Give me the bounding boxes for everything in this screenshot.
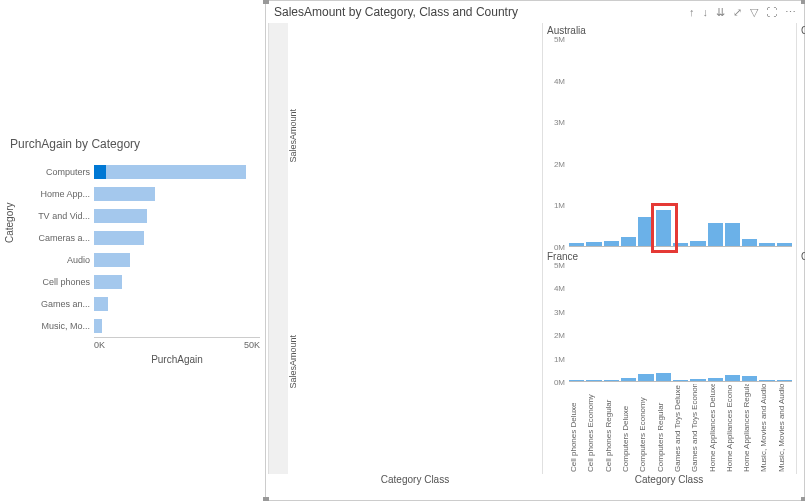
- bar[interactable]: [708, 378, 723, 381]
- x-tick-label: Games and Toys Economy: [690, 384, 705, 472]
- left-chart-title: PurchAgain by Category: [10, 137, 260, 151]
- bar[interactable]: [690, 379, 705, 381]
- x-tick-label: Home Appliances Deluxe: [708, 384, 723, 472]
- filter-icon[interactable]: ▽: [750, 6, 758, 19]
- bar[interactable]: [569, 380, 584, 381]
- x-axis-label: Category Class: [288, 474, 542, 496]
- left-chart: PurchAgain by Category Category Computer…: [0, 0, 265, 501]
- drill-all-icon[interactable]: ⇊: [716, 6, 725, 19]
- y-tick: 0M: [554, 378, 565, 387]
- x-tick-label: Music, Movies and Audio...: [759, 384, 774, 472]
- hbar-row[interactable]: Cameras a...: [24, 227, 260, 249]
- x-tick-label: Games and Toys Deluxe: [673, 384, 688, 472]
- x-tick-label: Cell phones Economy: [586, 384, 601, 472]
- y-tick: 1M: [554, 201, 565, 210]
- y-axis-label: SalesAmount: [288, 23, 542, 249]
- bar[interactable]: [725, 375, 740, 381]
- x-axis-label: Category Class: [542, 474, 796, 496]
- resize-handle[interactable]: [263, 0, 269, 4]
- bar[interactable]: [708, 223, 723, 246]
- hbar-row[interactable]: Cell phones: [24, 271, 260, 293]
- more-options-icon[interactable]: ⋯: [785, 6, 796, 19]
- y-tick: 3M: [554, 118, 565, 127]
- bar[interactable]: [777, 380, 792, 381]
- bar[interactable]: [621, 378, 636, 381]
- resize-handle[interactable]: [801, 497, 805, 501]
- bar[interactable]: [656, 373, 671, 381]
- facet-panel-australia[interactable]: Australia0M1M2M3M4M5M: [542, 23, 796, 249]
- bar[interactable]: [725, 223, 740, 246]
- y-tick: 2M: [554, 331, 565, 340]
- facet-title: France: [543, 249, 796, 264]
- hbar-label: TV and Vid...: [24, 211, 94, 221]
- bar[interactable]: [690, 241, 705, 246]
- x-tick-label: Home Appliances Regular: [742, 384, 757, 472]
- facet-panel-france[interactable]: France0M1M2M3M4M5MCell phones DeluxeCell…: [542, 249, 796, 475]
- hbar-row[interactable]: TV and Vid...: [24, 205, 260, 227]
- focus-mode-icon[interactable]: ⛶: [766, 6, 777, 19]
- bar[interactable]: [586, 380, 601, 381]
- left-x-axis-label: PurchAgain: [94, 354, 260, 365]
- left-x-axis: 0K 50K: [94, 337, 260, 350]
- bar[interactable]: [621, 237, 636, 245]
- y-tick: 5M: [554, 260, 565, 269]
- drill-up-icon[interactable]: ↑: [689, 6, 695, 19]
- y-tick: 2M: [554, 159, 565, 168]
- facet-panel-canada[interactable]: Canada0M1M2M3M4M5M: [796, 23, 802, 249]
- bar[interactable]: [604, 241, 619, 245]
- hbar-label: Cell phones: [24, 277, 94, 287]
- resize-handle[interactable]: [801, 0, 805, 4]
- bar[interactable]: [673, 380, 688, 381]
- bar[interactable]: [604, 380, 619, 381]
- y-tick: 3M: [554, 307, 565, 316]
- facet-title: Germany: [797, 249, 805, 264]
- facet-title: Australia: [543, 23, 796, 38]
- x-tick-label: Music, Movies and Audio...: [777, 384, 792, 472]
- right-chart-title: SalesAmount by Category, Class and Count…: [274, 5, 518, 19]
- x-tick-label: Home Appliances Econo...: [725, 384, 740, 472]
- hbar-row[interactable]: Games an...: [24, 293, 260, 315]
- hbar-label: Music, Mo...: [24, 321, 94, 331]
- bar[interactable]: [586, 242, 601, 245]
- y-tick: 1M: [554, 354, 565, 363]
- bar[interactable]: [759, 243, 774, 245]
- bar[interactable]: [638, 374, 653, 381]
- x-tick: 0K: [94, 340, 105, 350]
- y-tick: 4M: [554, 284, 565, 293]
- drill-down-icon[interactable]: ↓: [703, 6, 709, 19]
- bar[interactable]: [656, 210, 671, 245]
- facet-panel-germany[interactable]: Germany0M1M2M3M4M5MCell phones DeluxeCel…: [796, 249, 802, 475]
- hbar-label: Computers: [24, 167, 94, 177]
- hbar-chart[interactable]: ComputersHome App...TV and Vid...Cameras…: [24, 161, 260, 337]
- right-chart: SalesAmount by Category, Class and Count…: [265, 0, 805, 501]
- vertical-scrollbar[interactable]: [268, 23, 288, 474]
- x-tick-label: Computers Regular: [656, 384, 671, 472]
- hbar-row[interactable]: Music, Mo...: [24, 315, 260, 337]
- bar[interactable]: [742, 376, 757, 381]
- bar[interactable]: [742, 239, 757, 245]
- hbar-label: Games an...: [24, 299, 94, 309]
- hbar-label: Home App...: [24, 189, 94, 199]
- x-tick: 50K: [244, 340, 260, 350]
- bar[interactable]: [638, 217, 653, 246]
- bar[interactable]: [673, 243, 688, 245]
- x-tick-label: Computers Deluxe: [621, 384, 636, 472]
- chart-toolbar: ↑ ↓ ⇊ ⤢ ▽ ⛶ ⋯: [689, 6, 796, 19]
- y-tick: 4M: [554, 76, 565, 85]
- x-tick-label: Cell phones Deluxe: [569, 384, 584, 472]
- left-y-axis-label: Category: [4, 202, 15, 243]
- bar[interactable]: [777, 243, 792, 245]
- x-tick-label: Computers Economy: [638, 384, 653, 472]
- bar[interactable]: [759, 380, 774, 381]
- expand-icon[interactable]: ⤢: [733, 6, 742, 19]
- hbar-row[interactable]: Computers: [24, 161, 260, 183]
- hbar-row[interactable]: Audio: [24, 249, 260, 271]
- y-tick: 5M: [554, 35, 565, 44]
- facet-title: Canada: [797, 23, 805, 38]
- resize-handle[interactable]: [263, 497, 269, 501]
- hbar-label: Audio: [24, 255, 94, 265]
- hbar-row[interactable]: Home App...: [24, 183, 260, 205]
- bar[interactable]: [569, 243, 584, 245]
- hbar-label: Cameras a...: [24, 233, 94, 243]
- y-axis-label: SalesAmount: [288, 249, 542, 475]
